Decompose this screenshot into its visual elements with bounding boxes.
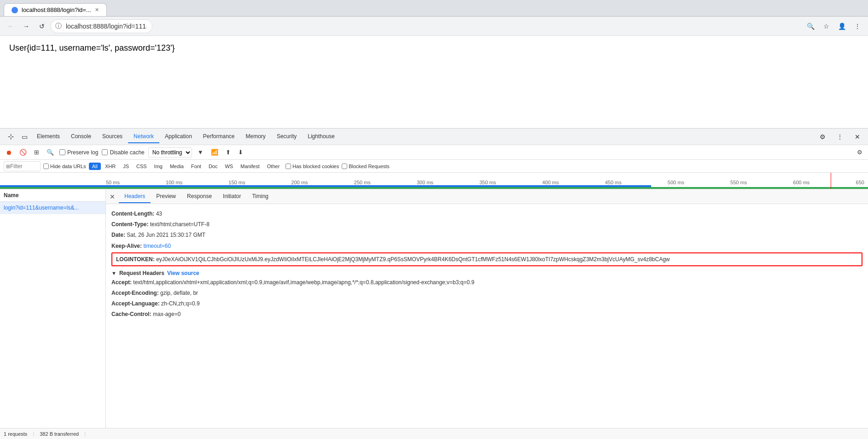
preserve-log-label[interactable]: Preserve log [59,149,98,156]
devtools-toolbar: ⊹ ▭ Elements Console Sources Network App… [0,129,868,145]
search-network-btn[interactable]: 🔍 [45,148,56,157]
content-type-row: Content-Type: text/html;charset=UTF-8 [111,220,862,229]
tab-title: localhost:8888/login?id=... [22,6,91,13]
device-toggle-btn[interactable]: ▭ [17,130,31,144]
close-detail-btn[interactable]: ✕ [110,193,115,200]
tab-preview[interactable]: Preview [151,190,181,203]
tab-security[interactable]: Security [271,130,302,143]
timeline-label-7: 400 ms [542,180,559,185]
request-details: ✕ Headers Preview Response Initiator Tim… [106,189,868,428]
timeline-label-2: 150 ms [228,180,245,185]
disable-cache-checkbox[interactable] [102,149,108,155]
blocked-cookies-label[interactable]: Has blocked cookies [285,164,339,169]
reload-button[interactable]: ↺ [35,19,49,33]
status-separator: | [33,431,34,437]
wifi-icon[interactable]: 📶 [209,148,220,157]
download-btn[interactable]: ⬇ [236,148,245,157]
status-separator-2: | [84,431,86,437]
requests-count: 1 requests [4,431,27,437]
blocked-requests-label[interactable]: Blocked Requests [342,164,390,169]
throttle-select[interactable]: No throttling [148,147,192,158]
tab-headers[interactable]: Headers [119,190,151,203]
devtools-close-btn[interactable]: ✕ [851,130,864,144]
blocked-requests-checkbox[interactable] [342,164,347,169]
filter-doc-btn[interactable]: Doc [205,163,221,170]
menu-button[interactable]: ⋮ [851,19,864,33]
filter-js-btn[interactable]: JS [120,163,132,170]
preserve-log-checkbox[interactable] [59,149,65,155]
devtools-more-btn[interactable]: ⋮ [833,130,847,144]
filter-input[interactable] [10,163,38,170]
accept-row: Accept: text/html,application/xhtml+xml,… [111,278,862,287]
filter-ws-btn[interactable]: WS [221,163,236,170]
filter-icon: ⊞ [6,164,10,170]
logintoken-label: LOGINTOKEN: [116,256,155,263]
devtools-panel: ⊹ ▭ Elements Console Sources Network App… [0,128,868,439]
disable-cache-label[interactable]: Disable cache [102,149,144,156]
timeline-green-bar [0,187,868,189]
filter-xhr-btn[interactable]: XHR [102,163,119,170]
request-item[interactable]: login?id=111&username=ls&... [0,202,105,214]
timeline-label-10: 550 ms [730,180,747,185]
tab-timing[interactable]: Timing [246,190,274,203]
search-button[interactable]: 🔍 [804,19,817,33]
forward-button[interactable]: → [19,19,33,33]
timeline-label-8: 450 ms [605,180,622,185]
tab-lighthouse[interactable]: Lighthouse [302,130,340,143]
info-icon: ⓘ [55,22,62,30]
filter-manifest-btn[interactable]: Manifest [237,163,263,170]
tab-performance[interactable]: Performance [198,130,240,143]
tab-favicon [12,7,18,13]
address-bar[interactable] [51,19,152,33]
bookmark-button[interactable]: ☆ [819,19,833,33]
cache-control-row: Cache-Control: max-age=0 [111,310,862,319]
collapse-arrow[interactable]: ▼ [111,270,117,276]
view-source-link[interactable]: View source [167,270,199,276]
tab-console[interactable]: Console [65,130,97,143]
filter-other-btn[interactable]: Other [264,163,283,170]
tab-memory[interactable]: Memory [240,130,271,143]
page-content: User{id=111, username='ls', password='12… [0,36,868,128]
filter-font-btn[interactable]: Font [188,163,204,170]
tab-network[interactable]: Network [128,130,159,143]
hide-data-urls-checkbox[interactable] [43,164,49,169]
tab-close-btn[interactable]: ✕ [95,7,99,13]
date-row: Date: Sat, 26 Jun 2021 15:30:17 GMT [111,231,862,240]
headers-content: Content-Length: 43 Content-Type: text/ht… [106,204,868,428]
request-headers-section: ▼ Request Headers View source [111,270,862,276]
back-button[interactable]: ← [4,19,17,33]
tab-response[interactable]: Response [181,190,217,203]
devtools-content: Name login?id=111&username=ls&... ✕ Head… [0,189,868,428]
tab-application[interactable]: Application [159,130,198,143]
timeline-label-5: 300 ms [417,180,433,185]
clear-btn[interactable]: 🚫 [17,148,29,157]
page-text: User{id=111, username='ls', password='12… [9,43,859,53]
settings-network-btn[interactable]: ⚙ [855,148,864,157]
accept-language-row: Accept-Language: zh-CN,zh;q=0.9 [111,299,862,308]
tab-initiator[interactable]: Initiator [217,190,246,203]
filter-btn[interactable]: ⊞ [32,148,41,157]
browser-toolbar: ← → ↺ ⓘ 🔍 ☆ 👤 ⋮ [0,17,868,36]
throttle-dropdown-btn[interactable]: ▼ [196,148,205,157]
blocked-cookies-checkbox[interactable] [285,164,291,169]
filter-img-btn[interactable]: Img [151,163,166,170]
devtools-settings-btn[interactable]: ⚙ [816,130,829,144]
tab-elements[interactable]: Elements [31,130,65,143]
timeline-label-1: 100 ms [166,180,182,185]
toolbar-icons: 🔍 ☆ 👤 ⋮ [804,19,864,33]
hide-data-urls-label[interactable]: Hide data URLs [43,164,86,169]
logintoken-box: LOGINTOKEN: eyJ0eXAiOiJKV1QiLCJhbGciOiJI… [111,252,862,266]
filter-css-btn[interactable]: CSS [133,163,150,170]
filter-media-btn[interactable]: Media [167,163,187,170]
record-btn[interactable]: ⏺ [4,148,14,157]
timeline-bar: 50 ms 100 ms 150 ms 200 ms 250 ms 300 ms… [0,173,868,189]
upload-btn[interactable]: ⬆ [224,148,233,157]
devtools-icons: ⚙ ⋮ ✕ [816,130,864,144]
timeline-label-6: 350 ms [479,180,496,185]
tab-sources[interactable]: Sources [97,130,128,143]
profile-button[interactable]: 👤 [835,19,849,33]
browser-tab[interactable]: localhost:8888/login?id=... ✕ [4,3,107,16]
filter-all-btn[interactable]: All [89,163,101,170]
inspect-element-btn[interactable]: ⊹ [4,130,17,144]
keep-alive-row: Keep-Alive: timeout=60 [111,242,862,251]
